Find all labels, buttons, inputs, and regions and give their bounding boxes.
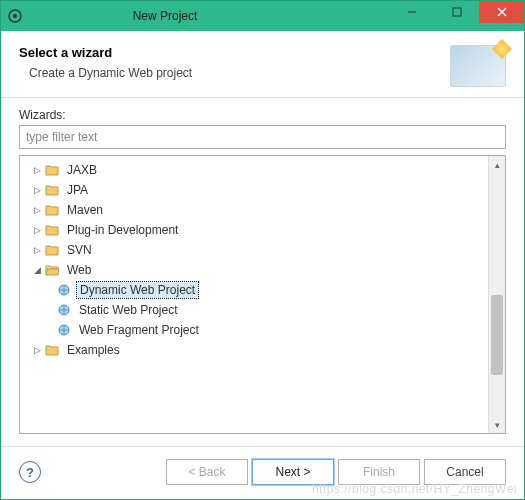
tree-item-dynamic-web-project[interactable]: Dynamic Web Project [22,280,503,300]
next-button[interactable]: Next > [252,459,334,485]
tree-item-plugin-dev[interactable]: ▷ Plug-in Development [22,220,503,240]
tree-label: Plug-in Development [64,222,181,238]
tree-item-examples[interactable]: ▷ Examples [22,340,503,360]
wizards-label: Wizards: [19,108,506,122]
filter-input[interactable] [19,125,506,149]
tree-label: Examples [64,342,123,358]
expand-icon[interactable]: ▷ [30,165,44,175]
window-title: New Project [0,9,389,23]
scroll-down-icon[interactable]: ▾ [489,416,505,433]
tree-item-web-fragment-project[interactable]: Web Fragment Project [22,320,503,340]
expand-icon[interactable]: ▷ [30,225,44,235]
cancel-button[interactable]: Cancel [424,459,506,485]
tree-item-static-web-project[interactable]: Static Web Project [22,300,503,320]
tree-label: Static Web Project [76,302,180,318]
tree-item-svn[interactable]: ▷ SVN [22,240,503,260]
folder-icon [44,242,60,258]
tree-item-web[interactable]: ◢ Web [22,260,503,280]
tree-item-jpa[interactable]: ▷ JPA [22,180,503,200]
header-title: Select a wizard [19,45,450,60]
globe-icon [56,282,72,298]
expand-icon[interactable]: ▷ [30,345,44,355]
scroll-track[interactable] [489,173,505,416]
finish-button: Finish [338,459,420,485]
tree-scrollbar[interactable]: ▴ ▾ [488,156,505,433]
wizard-banner-icon [450,45,506,87]
tree-label: SVN [64,242,95,258]
folder-icon [44,222,60,238]
close-button[interactable] [479,1,524,23]
window-controls [389,1,524,31]
back-button: < Back [166,459,248,485]
scroll-up-icon[interactable]: ▴ [489,156,505,173]
wizard-tree-container: ▷ JAXB ▷ JPA ▷ Maven ▷ Plug-i [19,155,506,434]
header-text: Select a wizard Create a Dynamic Web pro… [19,45,450,80]
folder-open-icon [44,262,60,278]
collapse-icon[interactable]: ◢ [30,265,44,275]
dialog-window: New Project Select a wizard Create a Dyn… [0,0,525,500]
tree-label: JAXB [64,162,100,178]
folder-icon [44,182,60,198]
scroll-thumb[interactable] [491,295,503,375]
minimize-button[interactable] [389,1,434,23]
titlebar: New Project [1,1,524,31]
wizard-body: Wizards: ▷ JAXB ▷ JPA ▷ Maven [1,98,524,446]
maximize-button[interactable] [434,1,479,23]
tree-label: Maven [64,202,106,218]
folder-icon [44,202,60,218]
expand-icon[interactable]: ▷ [30,245,44,255]
folder-icon [44,342,60,358]
tree-label: Dynamic Web Project [76,281,199,299]
tree-label: Web [64,262,94,278]
expand-icon[interactable]: ▷ [30,185,44,195]
wizard-header: Select a wizard Create a Dynamic Web pro… [1,31,524,98]
svg-rect-3 [453,8,461,16]
wizard-footer: ? < Back Next > Finish Cancel [1,446,524,499]
tree-label: Web Fragment Project [76,322,202,338]
tree-item-maven[interactable]: ▷ Maven [22,200,503,220]
header-description: Create a Dynamic Web project [29,66,450,80]
expand-icon[interactable]: ▷ [30,205,44,215]
wizard-tree[interactable]: ▷ JAXB ▷ JPA ▷ Maven ▷ Plug-i [20,156,505,364]
help-button[interactable]: ? [19,461,41,483]
globe-icon [56,322,72,338]
folder-icon [44,162,60,178]
tree-item-jaxb[interactable]: ▷ JAXB [22,160,503,180]
tree-label: JPA [64,182,91,198]
globe-icon [56,302,72,318]
